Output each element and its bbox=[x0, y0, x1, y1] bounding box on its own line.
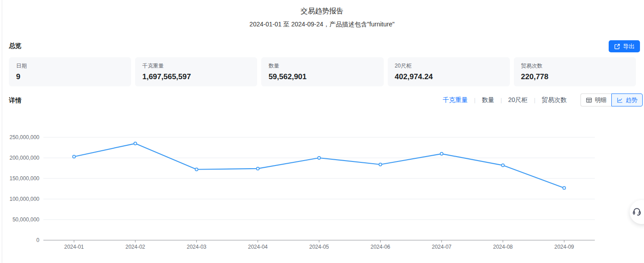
details-section-title: 详情 bbox=[9, 97, 21, 105]
x-axis-tick-label: 2024-05 bbox=[309, 244, 329, 250]
tab-trade-count[interactable]: 贸易次数 bbox=[542, 96, 567, 104]
data-point[interactable] bbox=[563, 187, 565, 189]
x-axis-tick-label: 2024-09 bbox=[554, 244, 574, 250]
data-point[interactable] bbox=[195, 168, 198, 171]
y-axis-tick-label: 200,000,000 bbox=[9, 155, 39, 161]
y-axis-tick-label: 50,000,000 bbox=[13, 216, 39, 223]
x-axis-tick-label: 2024-04 bbox=[248, 244, 267, 250]
export-icon bbox=[614, 43, 620, 50]
trend-view-button[interactable]: 趋势 bbox=[611, 93, 643, 106]
table-icon bbox=[586, 97, 592, 103]
data-point[interactable] bbox=[134, 142, 136, 145]
x-axis-tick-label: 2024-02 bbox=[125, 244, 145, 250]
support-floating-button[interactable] bbox=[630, 200, 644, 224]
view-toggle: 明细 趋势 bbox=[580, 93, 643, 106]
stat-label: 日期 bbox=[16, 62, 124, 70]
data-point[interactable] bbox=[318, 157, 320, 159]
details-controls: 千克重量 | 数量 | 20尺柜 | 贸易次数 明细 bbox=[443, 93, 643, 106]
stat-card-trade-count: 贸易次数 220,778 bbox=[514, 57, 636, 86]
stat-value: 220,778 bbox=[521, 72, 629, 81]
stat-value: 1,697,565,597 bbox=[142, 72, 250, 81]
line-chart-icon bbox=[617, 97, 623, 103]
metric-tabs: 千克重量 | 数量 | 20尺柜 | 贸易次数 bbox=[443, 96, 567, 104]
detail-view-label: 明细 bbox=[595, 96, 606, 104]
tab-separator: | bbox=[534, 97, 535, 103]
stat-value: 402,974.24 bbox=[395, 72, 503, 81]
detail-view-button[interactable]: 明细 bbox=[580, 93, 611, 106]
trend-view-label: 趋势 bbox=[626, 96, 637, 104]
export-button[interactable]: 导出 bbox=[609, 40, 640, 52]
stat-value: 59,562,901 bbox=[268, 72, 376, 81]
y-axis-tick-label: 250,000,000 bbox=[9, 134, 39, 140]
tab-separator: | bbox=[474, 97, 475, 103]
stat-label: 千克重量 bbox=[142, 62, 250, 70]
x-axis-tick-label: 2024-06 bbox=[370, 244, 390, 250]
data-point[interactable] bbox=[501, 164, 504, 166]
headset-icon bbox=[631, 206, 644, 218]
trend-line-chart[interactable]: 050,000,000100,000,000150,000,000200,000… bbox=[0, 125, 608, 256]
chart-canvas: 050,000,000100,000,000150,000,000200,000… bbox=[0, 125, 608, 256]
trend-line bbox=[74, 144, 564, 188]
data-point[interactable] bbox=[440, 153, 443, 155]
x-axis-tick-label: 2024-01 bbox=[64, 244, 84, 250]
stat-card-kg-weight: 千克重量 1,697,565,597 bbox=[135, 57, 257, 86]
y-axis-tick-label: 150,000,000 bbox=[9, 175, 39, 182]
stat-label: 20尺柜 bbox=[395, 62, 503, 70]
x-axis-tick-label: 2024-08 bbox=[493, 244, 513, 250]
stat-label: 贸易次数 bbox=[521, 62, 629, 70]
x-axis-tick-label: 2024-03 bbox=[186, 244, 206, 250]
overview-cards: 日期 9 千克重量 1,697,565,597 数量 59,562,901 20… bbox=[9, 57, 636, 86]
stat-card-quantity: 数量 59,562,901 bbox=[261, 57, 383, 86]
data-point[interactable] bbox=[379, 163, 381, 166]
page-title: 交易趋势报告 bbox=[0, 7, 644, 16]
data-point[interactable] bbox=[256, 167, 259, 170]
stat-card-20ft-container: 20尺柜 402,974.24 bbox=[388, 57, 510, 86]
export-button-label: 导出 bbox=[623, 42, 635, 51]
overview-section-title: 总览 bbox=[9, 42, 21, 50]
stat-value: 9 bbox=[16, 72, 124, 81]
stat-card-date: 日期 9 bbox=[9, 57, 131, 86]
tab-separator: | bbox=[500, 97, 502, 103]
page-subtitle: 2024-01-01 至 2024-09-24，产品描述包含"furniture… bbox=[0, 21, 644, 29]
y-axis-tick-label: 0 bbox=[36, 237, 39, 243]
x-axis-tick-label: 2024-07 bbox=[432, 244, 451, 250]
tab-quantity[interactable]: 数量 bbox=[482, 96, 494, 104]
stat-label: 数量 bbox=[268, 62, 376, 70]
tab-20ft-container[interactable]: 20尺柜 bbox=[508, 96, 528, 104]
y-axis-tick-label: 100,000,000 bbox=[9, 196, 39, 202]
tab-kg-weight[interactable]: 千克重量 bbox=[443, 96, 468, 104]
data-point[interactable] bbox=[72, 155, 75, 158]
